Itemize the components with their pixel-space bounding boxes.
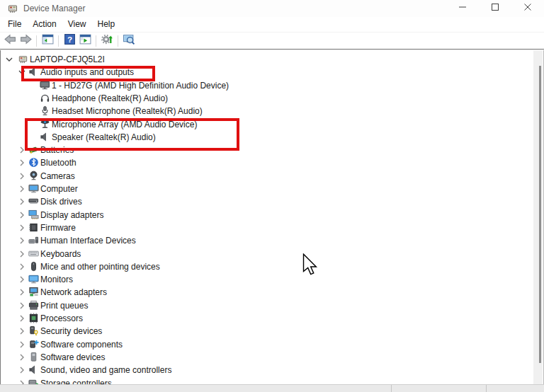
search-computer-icon	[123, 33, 135, 48]
tree-item-headset-microphone-realtek-r-audio[interactable]: Headset Microphone (Realtek(R) Audio)	[1, 105, 525, 117]
tree-item-software-components[interactable]: Software components	[1, 338, 525, 351]
toolbar-button-scan-for-hardware-changes[interactable]	[99, 34, 115, 48]
tree-item-print-queues[interactable]: Print queues	[1, 299, 525, 312]
tree-item-label: Sound, video and game controllers	[40, 364, 171, 376]
help-icon: ?	[64, 33, 76, 48]
display-adapter-icon	[28, 209, 39, 220]
minimize-button[interactable]	[446, 0, 479, 17]
maximize-button[interactable]	[479, 0, 511, 17]
tree-item-processors[interactable]: Processors	[1, 312, 525, 325]
highlight-audio-inputs-and-outputs	[21, 66, 155, 81]
computer-icon	[28, 183, 39, 194]
status-bar-separator	[391, 385, 392, 392]
close-button[interactable]	[511, 0, 544, 17]
chevron-collapsed-icon[interactable]	[16, 287, 28, 298]
chevron-collapsed-icon[interactable]	[16, 300, 28, 311]
mouse-cursor	[302, 253, 318, 279]
tree-item-firmware[interactable]: Firmware	[1, 221, 525, 234]
tree-item-bluetooth[interactable]: Bluetooth	[1, 156, 525, 169]
status-bar	[0, 384, 544, 392]
title-bar: Device Manager	[0, 0, 544, 17]
chevron-collapsed-icon[interactable]	[16, 209, 28, 221]
disk-icon	[28, 196, 39, 207]
tree-item-label: Headphone (Realtek(R) Audio)	[52, 92, 168, 105]
tree-item-cameras[interactable]: Cameras	[1, 170, 525, 183]
chevron-collapsed-icon[interactable]	[16, 339, 28, 350]
tree-item-mice-and-other-pointing-devices[interactable]: Mice and other pointing devices	[1, 260, 525, 273]
menu-item-view[interactable]: View	[62, 17, 92, 32]
tree-item-software-devices[interactable]: Software devices	[1, 351, 525, 364]
chevron-collapsed-icon[interactable]	[16, 183, 28, 195]
scan-hardware-icon	[101, 33, 113, 48]
maximize-icon	[489, 1, 501, 16]
chevron-collapsed-icon[interactable]	[16, 196, 28, 207]
properties-icon	[79, 33, 91, 48]
tree-item-label: Headset Microphone (Realtek(R) Audio)	[52, 105, 203, 117]
tree-item-headphone-realtek-r-audio[interactable]: Headphone (Realtek(R) Audio)	[1, 92, 525, 105]
chevron-collapsed-icon[interactable]	[16, 261, 28, 272]
microphone-icon	[40, 105, 50, 116]
toolbar-button-forward[interactable]	[18, 34, 33, 48]
toolbar-separator	[96, 35, 96, 47]
chevron-collapsed-icon[interactable]	[16, 222, 28, 234]
tree-item-label: Cameras	[40, 170, 75, 183]
toolbar-button-show-hide-console-tree[interactable]	[40, 34, 55, 48]
software-component-icon	[28, 339, 39, 350]
tree-item-keyboards[interactable]: Keyboards	[1, 248, 525, 260]
toolbar-button-properties[interactable]	[77, 34, 93, 48]
scrollbar-thumb[interactable]	[539, 66, 541, 363]
menu-bar: FileActionViewHelp	[0, 17, 544, 33]
tree-item-label: Software devices	[40, 351, 105, 364]
menu-item-file[interactable]: File	[2, 17, 27, 32]
tree-item-display-adapters[interactable]: Display adapters	[1, 209, 525, 221]
device-manager-icon	[7, 3, 18, 14]
tree-item-label: Human Interface Devices	[40, 234, 136, 247]
tree-item-label: Software components	[40, 338, 123, 351]
tree-item-computer[interactable]: Computer	[1, 183, 525, 195]
toolbar-button-back[interactable]	[2, 34, 18, 48]
status-bar-separator	[486, 385, 487, 392]
tree-item-label: Firmware	[40, 221, 76, 234]
forward-arrow-icon	[20, 33, 32, 48]
chevron-collapsed-icon[interactable]	[16, 364, 28, 376]
tree-item-storage-controllers[interactable]: Storage controllers	[1, 377, 525, 385]
chevron-collapsed-icon[interactable]	[16, 171, 28, 182]
network-icon	[28, 287, 39, 297]
tree-item-label: Processors	[40, 312, 83, 325]
chevron-collapsed-icon[interactable]	[16, 235, 28, 246]
menu-item-action[interactable]: Action	[27, 17, 62, 32]
headphones-icon	[40, 93, 50, 103]
vertical-scrollbar[interactable]	[533, 50, 543, 384]
chevron-expanded-icon[interactable]	[4, 54, 15, 65]
tree-item-disk-drives[interactable]: Disk drives	[1, 195, 525, 208]
tree-item-monitors[interactable]: Monitors	[1, 273, 525, 286]
minimize-icon	[457, 1, 468, 16]
chevron-collapsed-icon[interactable]	[16, 352, 28, 363]
toolbar: ?	[0, 33, 544, 50]
toolbar-button-help[interactable]: ?	[62, 34, 77, 48]
tree-item-label: Storage controllers	[40, 377, 112, 385]
keyboard-icon	[28, 248, 39, 259]
chevron-collapsed-icon[interactable]	[16, 248, 28, 260]
window-controls	[446, 0, 544, 17]
toolbar-button-search[interactable]	[121, 34, 137, 48]
tree-item-security-devices[interactable]: Security devices	[1, 325, 525, 338]
printer-icon	[28, 300, 39, 311]
chevron-collapsed-icon[interactable]	[16, 378, 28, 385]
monitor-blue-icon	[28, 274, 39, 284]
chevron-collapsed-icon[interactable]	[16, 274, 28, 285]
chevron-collapsed-icon[interactable]	[16, 157, 28, 168]
tree-item-label: LAPTOP-CFJQ5L2I	[30, 53, 105, 66]
device-tree-panel: LAPTOP-CFJQ5L2IAudio inputs and outputs1…	[0, 50, 544, 384]
toolbar-separator	[118, 35, 118, 47]
tree-item-laptop-cfjq5l2i[interactable]: LAPTOP-CFJQ5L2I	[1, 53, 525, 66]
toolbar-separator	[36, 35, 37, 47]
menu-item-help[interactable]: Help	[92, 17, 121, 32]
chevron-collapsed-icon[interactable]	[16, 313, 28, 324]
chevron-collapsed-icon[interactable]	[16, 325, 28, 337]
tree-item-human-interface-devices[interactable]: Human Interface Devices	[1, 234, 525, 247]
tree-item-sound-video-and-game-controllers[interactable]: Sound, video and game controllers	[1, 364, 525, 376]
tree-item-label: Bluetooth	[40, 156, 76, 169]
tree-item-network-adapters[interactable]: Network adapters	[1, 286, 525, 299]
tree-item-label: Network adapters	[40, 286, 107, 299]
